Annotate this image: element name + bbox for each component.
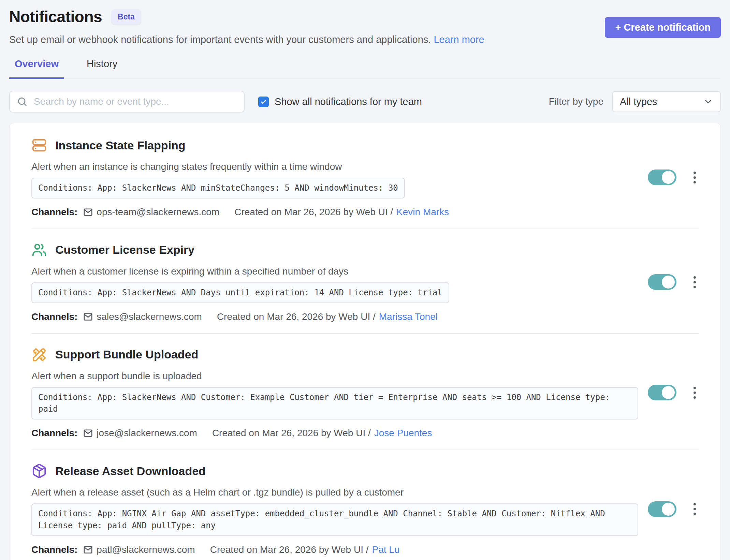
channel-email: ops-team@slackernews.com [97,207,219,218]
notification-row-release-asset-downloaded: Release Asset Downloaded Alert when a re… [31,450,699,560]
toggle-knob [662,503,675,516]
notification-title: Customer License Expiry [55,243,194,256]
toggle-knob [662,386,675,399]
conditions-chip: Conditions: App: NGINX Air Gap AND asset… [31,503,638,536]
type-filter-select[interactable]: All types [612,91,721,112]
notification-title: Instance State Flapping [55,139,186,152]
created-on-text: Created on Mar 26, 2026 by Web UI / [234,207,393,218]
beta-badge: Beta [112,9,141,25]
page-title: Notifications [9,8,102,26]
tab-overview[interactable]: Overview [9,58,64,79]
channels-label: Channels: [31,544,77,555]
search-box[interactable] [9,91,245,113]
notification-toggle[interactable] [648,385,676,400]
author-link[interactable]: Kevin Marks [396,207,449,218]
package-icon [31,463,47,479]
conditions-chip: Conditions: App: SlackerNews AND Custome… [31,387,638,420]
create-notification-button[interactable]: + Create notification [605,17,721,38]
notification-toggle[interactable] [648,501,676,517]
page-subtitle: Set up email or webhook notifications fo… [9,34,484,45]
mail-icon [83,207,93,217]
toggle-knob [662,171,675,184]
mail-icon [83,312,93,322]
kebab-menu-icon[interactable] [691,384,699,401]
author-link[interactable]: Marissa Tonel [379,311,438,322]
notification-description: Alert when a customer license is expirin… [31,266,638,277]
created-on-text: Created on Mar 26, 2026 by Web UI / [212,428,371,439]
page-header: Notifications Beta Set up email or webho… [9,8,721,45]
notification-row-instance-state-flapping: Instance State Flapping Alert when an in… [31,124,699,229]
created-on-text: Created on Mar 26, 2026 by Web UI / [217,311,376,322]
type-filter-value: All types [620,96,657,107]
kebab-menu-icon[interactable] [691,500,699,518]
server-icon [31,137,47,153]
notification-row-customer-license-expiry: Customer License Expiry Alert when a cus… [31,229,699,334]
kebab-menu-icon[interactable] [691,274,699,291]
team-notifications-checkbox-group[interactable]: Show all notifications for my team [258,96,422,107]
search-icon [17,96,28,107]
notification-description: Alert when an instance is changing state… [31,161,638,172]
created-on-text: Created on Mar 26, 2026 by Web UI / [210,544,369,555]
notification-description: Alert when a support bundle is uploaded [31,371,638,382]
learn-more-link[interactable]: Learn more [434,34,484,45]
tools-icon [31,347,47,363]
author-link[interactable]: Jose Puentes [374,428,432,439]
notification-description: Alert when a release asset (such as a He… [31,487,638,498]
filter-by-type-label: Filter by type [549,96,603,107]
team-notifications-checkbox-label: Show all notifications for my team [275,96,422,107]
channel-email: sales@slackernews.com [97,311,202,322]
notifications-list: Instance State Flapping Alert when an in… [9,123,721,560]
channels-label: Channels: [31,311,77,322]
check-icon [260,98,267,105]
tab-bar: Overview History [9,58,721,79]
subtitle-text: Set up email or webhook notifications fo… [9,34,431,45]
tab-history[interactable]: History [81,58,123,78]
notification-toggle[interactable] [648,170,676,185]
mail-icon [83,545,93,555]
users-icon [31,242,47,258]
author-link[interactable]: Pat Lu [372,544,400,555]
notification-title: Release Asset Downloaded [55,465,206,478]
channel-email: jose@slackernews.com [97,428,197,439]
kebab-menu-icon[interactable] [691,169,699,186]
mail-icon [83,428,93,438]
team-notifications-checkbox[interactable] [258,97,269,107]
conditions-chip: Conditions: App: SlackerNews AND minStat… [31,178,405,198]
conditions-chip: Conditions: App: SlackerNews AND Days un… [31,282,449,303]
channels-label: Channels: [31,428,77,439]
channel-email: patl@slackernews.com [97,544,195,555]
filter-row: Show all notifications for my team Filte… [9,91,721,113]
notification-row-support-bundle-uploaded: Support Bundle Uploaded Alert when a sup… [31,334,699,451]
notification-toggle[interactable] [648,274,676,290]
chevron-down-icon [703,97,713,107]
search-input[interactable] [33,96,237,107]
notification-title: Support Bundle Uploaded [55,348,198,361]
channels-label: Channels: [31,207,77,218]
toggle-knob [662,276,675,289]
